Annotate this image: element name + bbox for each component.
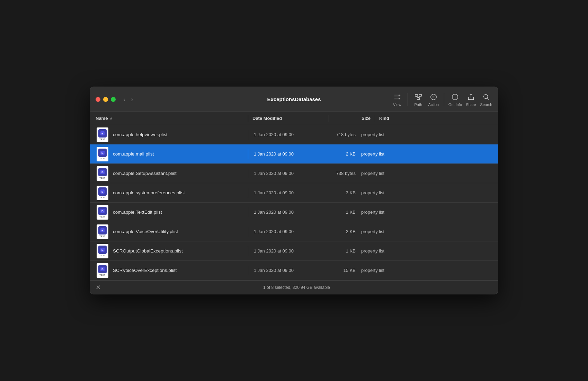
col-header-date[interactable]: Date Modified xyxy=(252,116,329,121)
svg-text:B: B xyxy=(101,248,104,251)
file-kind: property list xyxy=(361,248,492,254)
file-badge: B xyxy=(98,226,107,234)
action-toolbar-group[interactable]: Action xyxy=(427,92,440,107)
file-row[interactable]: B TEXT com.apple.TextEdit.plist 1 Jan 20… xyxy=(90,203,498,222)
file-name: SCRVoiceOverExceptions.plist xyxy=(113,268,248,273)
file-badge: B xyxy=(98,265,107,273)
col-divider-1 xyxy=(248,115,248,122)
file-row[interactable]: B TEXT com.apple.mail.plist 1 Jan 2020 a… xyxy=(90,144,498,164)
row-divider xyxy=(248,188,248,198)
forward-button[interactable]: › xyxy=(129,95,135,104)
file-size: 2 KB xyxy=(327,151,361,157)
file-date: 1 Jan 2020 at 09:00 xyxy=(254,190,327,195)
svg-point-11 xyxy=(434,96,435,97)
file-badge: B xyxy=(98,168,107,176)
file-size: 2 KB xyxy=(327,229,361,234)
col-header-size[interactable]: Size xyxy=(333,116,375,121)
file-size: 1 KB xyxy=(327,210,361,215)
row-divider xyxy=(248,149,248,159)
svg-point-10 xyxy=(433,96,434,97)
share-label: Share xyxy=(466,103,476,107)
file-badge: B xyxy=(98,149,107,157)
svg-rect-3 xyxy=(415,94,418,96)
view-toolbar-group[interactable]: View xyxy=(391,92,403,107)
status-close-button[interactable]: ✕ xyxy=(96,284,101,291)
share-toolbar-group[interactable]: Share xyxy=(465,92,477,107)
file-name: SCROutputGlobalExceptions.plist xyxy=(113,248,248,254)
row-divider xyxy=(248,266,248,275)
file-date: 1 Jan 2020 at 09:00 xyxy=(254,248,327,254)
file-icon-wrap: B TEXT xyxy=(96,204,109,220)
col-divider-2 xyxy=(329,115,329,122)
action-icon[interactable] xyxy=(427,92,440,102)
file-icon: B TEXT xyxy=(96,146,109,162)
path-icon[interactable] xyxy=(412,92,425,102)
share-icon[interactable] xyxy=(465,92,477,102)
file-icon-wrap: B TEXT xyxy=(96,127,109,143)
file-row[interactable]: B TEXT com.apple.systempreferences.plist… xyxy=(90,183,498,203)
view-label: View xyxy=(393,103,401,107)
file-badge: B xyxy=(98,129,107,138)
file-icon: B TEXT xyxy=(96,263,109,278)
traffic-lights xyxy=(96,97,116,102)
file-size: 3 KB xyxy=(327,190,361,195)
get-info-label: Get Info xyxy=(448,103,462,107)
back-button[interactable]: ‹ xyxy=(121,95,127,104)
row-divider xyxy=(248,246,248,256)
file-row[interactable]: B TEXT com.apple.SetupAssistant.plist 1 … xyxy=(90,164,498,183)
file-row[interactable]: B TEXT com.apple.VoiceOverUtility.plist … xyxy=(90,222,498,241)
file-icon: B TEXT xyxy=(96,224,109,240)
file-row[interactable]: B TEXT SCROutputGlobalExceptions.plist 1… xyxy=(90,241,498,261)
row-divider xyxy=(248,207,248,217)
file-badge: B xyxy=(98,187,107,196)
toolbar: View Path xyxy=(391,92,492,107)
file-icon-wrap: B TEXT xyxy=(96,243,109,259)
file-size: 1 KB xyxy=(327,248,361,254)
file-date: 1 Jan 2020 at 09:00 xyxy=(254,229,327,234)
svg-text:B: B xyxy=(101,132,104,135)
get-info-toolbar-group[interactable]: Get Info xyxy=(448,92,462,107)
file-row[interactable]: B TEXT com.apple.helpviewer.plist 1 Jan … xyxy=(90,125,498,144)
row-divider xyxy=(248,227,248,237)
minimize-button[interactable] xyxy=(103,97,108,102)
column-headers: Name ∧ Date Modified Size Kind xyxy=(90,112,498,125)
file-date: 1 Jan 2020 at 09:00 xyxy=(254,210,327,215)
file-kind: property list xyxy=(361,151,492,157)
file-icon: B TEXT xyxy=(96,243,109,259)
maximize-button[interactable] xyxy=(111,97,116,102)
file-date: 1 Jan 2020 at 09:00 xyxy=(254,151,327,157)
col-header-name[interactable]: Name ∧ xyxy=(96,116,248,121)
svg-line-17 xyxy=(487,98,489,100)
file-date: 1 Jan 2020 at 09:00 xyxy=(254,132,327,137)
titlebar: ‹ › ExceptionsDatabases View xyxy=(90,87,498,112)
row-divider xyxy=(248,169,248,178)
svg-text:B: B xyxy=(101,268,104,271)
search-icon[interactable] xyxy=(480,92,492,102)
search-toolbar-group[interactable]: Search xyxy=(480,92,492,107)
file-date: 1 Jan 2020 at 09:00 xyxy=(254,268,327,273)
path-toolbar-group[interactable]: Path xyxy=(412,92,425,107)
file-row[interactable]: B TEXT SCRVoiceOverExceptions.plist 1 Ja… xyxy=(90,261,498,280)
file-kind: property list xyxy=(361,229,492,234)
get-info-icon[interactable] xyxy=(449,92,461,102)
file-name: com.apple.SetupAssistant.plist xyxy=(113,171,248,176)
file-badge: B xyxy=(98,207,107,215)
file-icon: B TEXT xyxy=(96,127,109,143)
close-button[interactable] xyxy=(96,97,100,102)
file-name: com.apple.VoiceOverUtility.plist xyxy=(113,229,248,234)
svg-rect-5 xyxy=(417,97,419,99)
search-label: Search xyxy=(480,103,492,107)
toolbar-divider-2 xyxy=(444,93,444,106)
svg-point-9 xyxy=(432,96,433,97)
file-icon: B TEXT xyxy=(96,204,109,220)
path-label: Path xyxy=(415,103,422,107)
svg-text:B: B xyxy=(101,210,104,213)
view-icon[interactable] xyxy=(391,92,403,102)
file-name: com.apple.TextEdit.plist xyxy=(113,210,248,215)
file-size: 738 bytes xyxy=(327,171,361,176)
file-badge: B xyxy=(98,246,107,254)
svg-text:B: B xyxy=(101,171,104,174)
svg-point-14 xyxy=(455,95,456,96)
col-header-kind[interactable]: Kind xyxy=(379,116,492,121)
file-kind: property list xyxy=(361,132,492,137)
